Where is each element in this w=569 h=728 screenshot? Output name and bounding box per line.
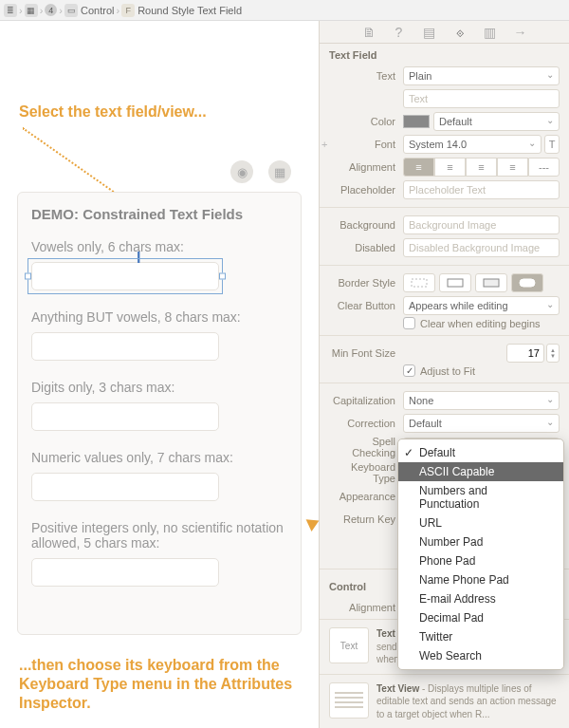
identity-tab-icon[interactable]: ▤ [422,25,437,40]
font-dropdown[interactable]: System 14.0 [403,135,541,154]
keyboard-type-option[interactable]: Name Phone Pad [398,570,563,589]
prop-label: Correction [329,418,403,429]
text-field[interactable] [31,402,219,431]
library-item[interactable]: Text View - Displays multiple lines of e… [320,674,569,728]
text-field[interactable] [31,558,219,587]
clear-button-dropdown[interactable]: Appears while editing [403,296,560,315]
prop-label: Placeholder [329,184,403,196]
doc-icon: ≣ [4,4,17,17]
record-icon[interactable]: ◉ [230,160,253,183]
border-none-button[interactable] [403,273,435,292]
chevron-icon: › [19,5,23,16]
grid-icon[interactable]: ▦ [268,160,291,183]
prop-label: Capitalization [329,395,403,406]
keyboard-type-option[interactable]: URL [398,513,563,532]
placeholder-input[interactable] [403,180,560,199]
plus-icon[interactable]: + [321,139,327,150]
scene-index-icon: 4 [45,4,57,16]
prop-label: Text [329,70,403,82]
border-rounded-button[interactable] [511,273,543,292]
align-right-button[interactable]: ≡ [466,158,497,177]
attributes-tab-icon[interactable]: ⟐ [452,25,468,40]
resize-handle-right[interactable] [219,273,226,280]
keyboard-type-option[interactable]: Number Pad [398,532,563,551]
align-left-button[interactable]: ≡ [403,158,434,177]
capitalization-dropdown[interactable]: None [403,391,560,410]
prop-label: Background [329,219,403,231]
field-icon: F [121,4,135,17]
resize-handle-left[interactable] [25,273,31,280]
help-tab-icon[interactable]: ? [392,25,407,40]
clear-when-editing-checkbox[interactable] [403,317,415,329]
lib-item-title: Text View [376,683,419,694]
size-tab-icon[interactable]: ▥ [483,25,498,40]
text-field[interactable] [31,332,219,361]
text-field[interactable] [31,473,219,501]
stepper[interactable]: ▲▼ [546,344,560,363]
keyboard-type-option[interactable]: Default [398,443,563,462]
keyboard-type-menu[interactable]: DefaultASCII CapableNumbers and Punctuat… [397,439,564,670]
field-label: Positive integers only, no scientific no… [31,520,287,551]
border-bezel-button[interactable] [475,273,507,292]
adjust-to-fit-checkbox[interactable]: ✓ [403,364,415,377]
font-picker-button[interactable]: T [544,135,560,154]
color-swatch[interactable] [403,115,430,128]
simulated-device-view[interactable]: ◉ ▦ DEMO: Constrained Text Fields Vowels… [17,192,302,635]
keyboard-type-option[interactable]: Web Search [398,646,563,665]
disabled-bg-input[interactable] [403,238,560,257]
correction-dropdown[interactable]: Default [403,414,560,433]
section-title-text-field: Text Field [320,44,569,65]
breadcrumb-item[interactable]: ▭Control [64,4,114,17]
color-dropdown[interactable]: Default [433,112,560,131]
text-value-input[interactable] [403,89,560,108]
checkbox-label: Clear when editing begins [420,318,541,329]
field-label: Anything BUT vowels, 8 chars max: [31,309,287,325]
keyboard-type-option[interactable]: ASCII Capable [398,462,563,481]
svg-rect-2 [484,279,499,287]
min-font-size-input[interactable] [506,344,544,363]
breadcrumb-item[interactable]: ≣ [4,4,17,17]
connections-tab-icon[interactable]: → [513,25,528,40]
file-tab-icon[interactable]: 🗎 [361,25,376,40]
breadcrumb-item[interactable]: FRound Style Text Field [121,4,242,17]
align-center-button[interactable]: ≡ [434,158,466,177]
field-label: Numeric values only, 7 chars max: [31,450,287,465]
svg-rect-0 [412,279,427,287]
keyboard-type-option[interactable]: Numbers and Punctuation [398,481,563,513]
text-alignment-segmented[interactable]: ≡ ≡ ≡ ≡ --- [403,158,560,177]
prop-label: Keyboard Type [329,461,403,484]
selection-handles[interactable] [28,258,223,294]
keyboard-type-option[interactable]: Twitter [398,627,563,646]
breadcrumb: ≣ › ▦ › 4 › ▭Control › FRound Style Text… [0,0,569,21]
prop-label: Spell Checking [329,436,403,458]
breadcrumb-item[interactable]: 4 [45,4,57,16]
svg-rect-1 [448,279,463,287]
prop-label: Appearance [329,491,403,502]
text-view-lib-icon [329,682,369,719]
annotation-top: Select the text field/view... [19,103,207,121]
interface-builder-canvas[interactable]: Select the text field/view... ◉ ▦ DEMO: … [0,21,319,728]
keyboard-type-option[interactable]: E-mail Address [398,589,563,608]
chevron-icon: › [40,5,44,16]
border-style-segmented[interactable] [403,273,560,292]
prop-label: Return Key [329,513,403,525]
svg-rect-3 [520,279,535,287]
border-line-button[interactable] [439,273,471,292]
align-natural-button[interactable]: --- [528,158,560,177]
text-field-selected[interactable]: I [31,262,219,290]
prop-label: Alignment [329,161,403,173]
text-mode-dropdown[interactable]: Plain [403,66,560,85]
demo-title: DEMO: Constrained Text Fields [31,206,287,222]
keyboard-type-option[interactable]: Decimal Pad [398,608,563,627]
align-justify-button[interactable]: ≡ [497,158,528,177]
background-input[interactable] [403,215,560,234]
prop-label: Clear Button [329,300,403,311]
inspector-tabs: 🗎 ? ▤ ⟐ ▥ → [320,21,569,44]
keyboard-type-option[interactable]: Phone Pad [398,551,563,570]
control-icon: ▭ [64,4,78,17]
prop-label: Color [329,116,403,127]
prop-label: Border Style [329,277,403,289]
breadcrumb-item[interactable]: ▦ [25,4,38,17]
chevron-icon: › [59,5,63,16]
chevron-icon: › [116,5,119,16]
